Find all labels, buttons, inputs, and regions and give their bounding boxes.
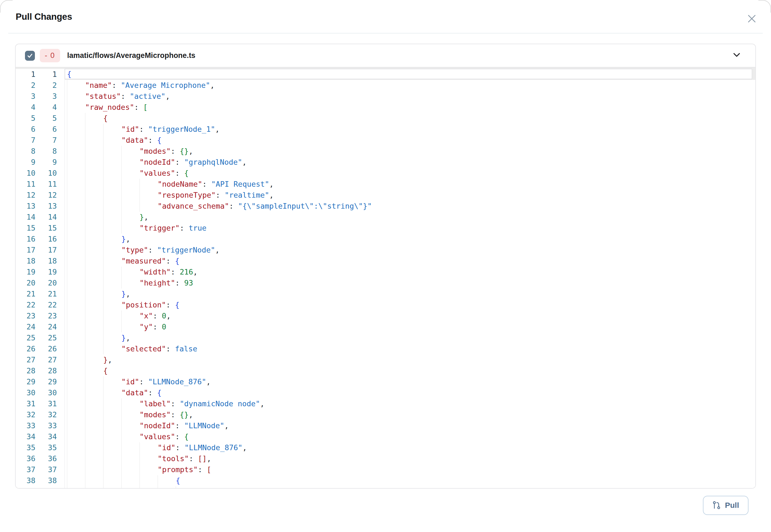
- code-line[interactable]: 2020"height": 93: [16, 278, 755, 289]
- indent-guide: [67, 343, 85, 354]
- code-line[interactable]: 3636"tools": [],: [16, 453, 755, 464]
- indent-guide: [103, 201, 121, 212]
- indent-guide: [85, 234, 103, 245]
- code-token: 93: [184, 278, 193, 289]
- code-line[interactable]: 3131"label": "dynamicNode node",: [16, 398, 755, 409]
- gutter-separator: [57, 365, 65, 376]
- indent-guide: [103, 343, 121, 354]
- code-line[interactable]: 1010"values": {: [16, 168, 755, 179]
- code-line[interactable]: 88"modes": {},: [16, 146, 755, 157]
- code-line[interactable]: 22"name": "Average Microphone",: [16, 80, 755, 91]
- code-token: "status": [85, 91, 121, 102]
- code-line[interactable]: 1717"type": "triggerNode",: [16, 245, 755, 256]
- indent-guide: [121, 168, 139, 179]
- code-token: "active": [130, 91, 166, 102]
- collapse-button[interactable]: [732, 52, 741, 59]
- code-line[interactable]: 77"data": {: [16, 135, 755, 146]
- code-token: "LLMNode_876": [148, 376, 206, 387]
- code-line[interactable]: 1212"responeType": "realtime",: [16, 190, 755, 201]
- gutter-separator: [57, 299, 65, 310]
- code-line[interactable]: 3838{: [16, 475, 755, 486]
- indent-guide: [103, 409, 121, 420]
- old-line-number: 1: [16, 69, 35, 80]
- code-line-content: "id": "triggerNode_1",: [65, 124, 755, 135]
- code-line-zone: "modes": {},: [65, 409, 755, 420]
- code-token: "measured": [121, 256, 166, 267]
- code-line[interactable]: 3333"nodeId": "LLMNode",: [16, 420, 755, 431]
- code-line[interactable]: 2222"position": {: [16, 299, 755, 310]
- gutter-separator: [57, 343, 65, 354]
- indent-guide: [121, 157, 139, 168]
- code-line[interactable]: 1414},: [16, 212, 755, 223]
- code-line[interactable]: 99"nodeId": "graphqlNode",: [16, 157, 755, 168]
- code-line[interactable]: 44"raw_nodes": [: [16, 102, 755, 113]
- code-line[interactable]: 2929"id": "LLMNode_876",: [16, 376, 755, 387]
- code-token: }: [121, 234, 126, 245]
- new-line-number: 34: [35, 431, 57, 442]
- code-line[interactable]: 2121},: [16, 289, 755, 299]
- old-line-number: 37: [16, 464, 35, 475]
- git-pull-request-icon: [712, 501, 722, 510]
- new-line-number: 9: [35, 157, 57, 168]
- code-line[interactable]: 1919"width": 216,: [16, 267, 755, 278]
- indent-guide: [85, 278, 103, 289]
- code-token: "LLMNode": [184, 420, 224, 431]
- code-line[interactable]: 3535"id": "LLMNode_876",: [16, 442, 755, 453]
- indent-guide: [67, 398, 85, 409]
- code-line[interactable]: 2323"x": 0,: [16, 310, 755, 321]
- new-line-number: 11: [35, 179, 57, 190]
- code-token: 0: [162, 321, 166, 332]
- indent-guide: [121, 442, 139, 453]
- code-line[interactable]: 1111"nodeName": "API Request",: [16, 179, 755, 190]
- close-button[interactable]: [747, 14, 757, 24]
- code-token: }: [121, 289, 126, 299]
- code-token: ,: [126, 289, 130, 299]
- code-line[interactable]: 2424"y": 0: [16, 321, 755, 332]
- code-token: {}: [180, 146, 189, 157]
- indent-guide: [67, 486, 85, 489]
- code-line[interactable]: 2626"selected": false: [16, 343, 755, 354]
- code-line[interactable]: 1818"measured": {: [16, 256, 755, 267]
- pull-button-label: Pull: [725, 501, 739, 510]
- indent-guide: [103, 124, 121, 135]
- code-line[interactable]: 33"status": "active",: [16, 91, 755, 102]
- code-line[interactable]: 1616},: [16, 234, 755, 245]
- gutter-separator: [57, 431, 65, 442]
- chevron-down-icon: [732, 52, 741, 58]
- file-checkbox[interactable]: [25, 51, 35, 61]
- code-token: [: [143, 102, 147, 113]
- code-line-zone: {: [65, 475, 755, 486]
- code-token: }: [139, 212, 144, 223]
- code-token: :: [148, 245, 157, 256]
- code-token: "API Request": [211, 179, 269, 190]
- code-line[interactable]: 3737"prompts": [: [16, 464, 755, 475]
- code-line[interactable]: 2727},: [16, 354, 755, 365]
- code-line[interactable]: 3939"id": "187c2f4b-c23d-4545-abef-73dc8…: [16, 486, 755, 489]
- code-token: "triggerNode": [157, 245, 215, 256]
- code-line[interactable]: 1313"advance_schema": "{\"sampleInput\":…: [16, 201, 755, 212]
- code-line[interactable]: 3232"modes": {},: [16, 409, 755, 420]
- indent-guide: [121, 212, 139, 223]
- code-line[interactable]: 11{: [16, 69, 755, 80]
- gutter-separator: [57, 256, 65, 267]
- code-token: 0: [162, 310, 166, 321]
- code-line-zone: "raw_nodes": [: [65, 102, 755, 113]
- code-line[interactable]: 3434"values": {: [16, 431, 755, 442]
- code-line-content: "label": "dynamicNode node",: [65, 398, 755, 409]
- code-token: "type": [121, 245, 148, 256]
- indent-guide: [67, 431, 85, 442]
- indent-guide: [85, 179, 103, 190]
- old-line-number: 4: [16, 102, 35, 113]
- code-line[interactable]: 3030"data": {: [16, 387, 755, 398]
- file-header-row[interactable]: - 0 lamatic/flows/AverageMicrophone.ts: [16, 44, 755, 67]
- indent-guide: [67, 310, 85, 321]
- pull-button[interactable]: Pull: [703, 496, 748, 515]
- code-line[interactable]: 66"id": "triggerNode_1",: [16, 124, 755, 135]
- code-line[interactable]: 2828{: [16, 365, 755, 376]
- code-line[interactable]: 2525},: [16, 332, 755, 343]
- code-line[interactable]: 55{: [16, 113, 755, 124]
- code-token: :: [175, 278, 184, 289]
- indent-guide: [158, 486, 176, 489]
- code-token: ,: [189, 409, 193, 420]
- code-line[interactable]: 1515"trigger": true: [16, 223, 755, 234]
